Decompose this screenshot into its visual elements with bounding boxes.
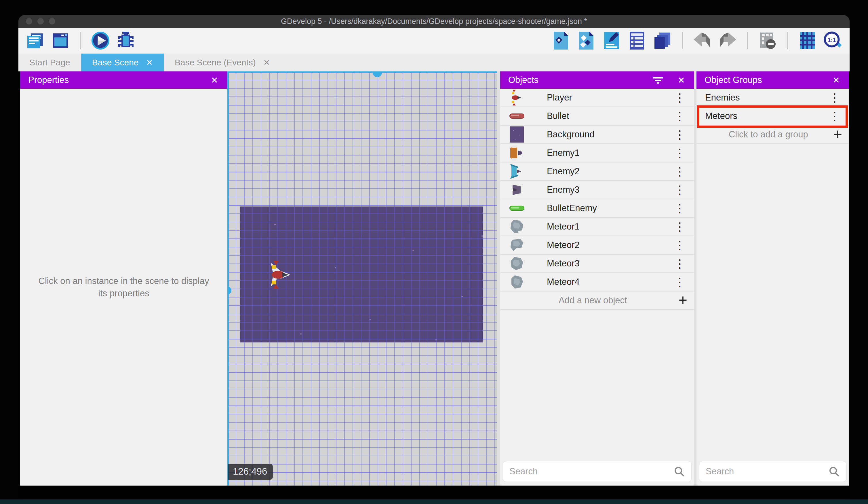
- plus-icon: +: [834, 129, 842, 141]
- export-object-button[interactable]: [551, 31, 571, 50]
- object-row-bullet[interactable]: Bullet ⋮: [500, 107, 694, 125]
- add-group-button[interactable]: Click to add a group +: [696, 125, 849, 144]
- scene-properties-button[interactable]: [627, 31, 647, 50]
- toolbar-divider: [80, 32, 81, 49]
- zoom-reset-button[interactable]: 1:1: [823, 31, 843, 50]
- object-menu-icon[interactable]: ⋮: [671, 202, 689, 214]
- object-row-meteor1[interactable]: Meteor1 ⋮: [500, 218, 694, 236]
- enemy2-ship-icon: [509, 163, 525, 179]
- meteor-icon: [509, 219, 525, 235]
- group-row-enemies[interactable]: Enemies ⋮: [696, 89, 849, 107]
- objects-list-button[interactable]: [577, 31, 596, 50]
- object-row-meteor2[interactable]: Meteor2 ⋮: [500, 236, 694, 255]
- filter-icon[interactable]: [652, 76, 663, 84]
- objects-close-icon[interactable]: ✕: [676, 75, 686, 85]
- object-row-enemy2[interactable]: Enemy2 ⋮: [500, 162, 694, 181]
- window-footer: [18, 486, 850, 498]
- object-row-player[interactable]: Player ⋮: [500, 89, 694, 107]
- object-row-bulletenemy[interactable]: BulletEnemy ⋮: [500, 199, 694, 218]
- new-window-icon: [52, 32, 69, 50]
- object-menu-icon[interactable]: ⋮: [671, 276, 689, 288]
- object-groups-close-icon[interactable]: ✕: [831, 75, 841, 85]
- titlebar: GDevelop 5 - /Users/dkarakay/Documents/G…: [18, 15, 850, 28]
- search-icon: [673, 466, 685, 477]
- redo-button[interactable]: [718, 31, 737, 50]
- project-manager-icon: [26, 32, 44, 50]
- object-groups-panel-title: Object Groups: [704, 75, 831, 85]
- object-row-meteor3[interactable]: Meteor3 ⋮: [500, 255, 694, 273]
- enemy3-ship-icon: [509, 182, 525, 198]
- selection-handle-left[interactable]: [227, 286, 231, 294]
- screenshot-stage: GDevelop 5 - /Users/dkarakay/Documents/G…: [0, 0, 868, 504]
- tab-close-icon[interactable]: ✕: [146, 58, 153, 67]
- object-menu-icon[interactable]: ⋮: [671, 92, 689, 103]
- groups-search[interactable]: [699, 461, 846, 482]
- tab-base-scene-events[interactable]: Base Scene (Events) ✕: [164, 53, 281, 71]
- panel-splitter[interactable]: [497, 71, 500, 486]
- player-instance[interactable]: [269, 260, 293, 289]
- player-ship-icon: [509, 90, 525, 106]
- bullet-enemy-icon: [509, 200, 525, 216]
- scene-canvas[interactable]: 126;496: [227, 71, 497, 486]
- project-manager-button[interactable]: [25, 31, 45, 50]
- objects-search-input[interactable]: [509, 466, 673, 477]
- layers-icon: [653, 31, 671, 50]
- object-menu-icon[interactable]: ⋮: [671, 165, 689, 177]
- group-menu-icon[interactable]: ⋮: [826, 110, 843, 122]
- object-row-enemy3[interactable]: Enemy3 ⋮: [500, 181, 694, 199]
- groups-search-input[interactable]: [706, 466, 828, 477]
- object-menu-icon[interactable]: ⋮: [671, 239, 689, 251]
- toolbar-divider: [682, 32, 683, 49]
- objects-list-icon: [578, 31, 595, 50]
- object-menu-icon[interactable]: ⋮: [671, 110, 689, 122]
- preview-button[interactable]: [91, 31, 110, 50]
- objects-search[interactable]: [503, 461, 691, 482]
- selection-top-edge: [227, 71, 497, 73]
- main-area: Properties ✕ Click on an instance in the…: [18, 71, 850, 486]
- object-row-background[interactable]: Background ⋮: [500, 125, 694, 144]
- preview-play-icon: [91, 30, 110, 51]
- export-object-icon: [552, 31, 569, 50]
- selection-handle-top[interactable]: [373, 72, 382, 77]
- toggle-grid-button[interactable]: [798, 31, 817, 50]
- tab-start-page[interactable]: Start Page: [18, 53, 81, 71]
- properties-panel-title: Properties: [28, 75, 210, 85]
- main-toolbar: 1:1: [18, 28, 850, 53]
- debug-icon: [116, 31, 135, 50]
- search-icon: [828, 466, 840, 477]
- tab-close-icon[interactable]: ✕: [264, 58, 270, 67]
- add-object-button[interactable]: Add a new object +: [500, 291, 694, 310]
- toggle-mask-icon: [758, 31, 776, 50]
- group-row-meteors[interactable]: Meteors ⋮: [696, 107, 849, 125]
- objects-panel: Objects ✕ Player ⋮ Bullet ⋮: [500, 71, 694, 486]
- toolbar-divider: [787, 32, 788, 49]
- object-menu-icon[interactable]: ⋮: [671, 258, 689, 269]
- toggle-grid-icon: [799, 31, 816, 50]
- object-menu-icon[interactable]: ⋮: [671, 147, 689, 159]
- selection-left-edge: [227, 71, 229, 486]
- open-window-button[interactable]: [51, 31, 70, 50]
- toggle-mask-button[interactable]: [758, 31, 777, 50]
- meteor-icon: [509, 255, 525, 272]
- bullet-icon: [509, 108, 525, 124]
- edit-scene-button[interactable]: [602, 31, 621, 50]
- background-icon: [509, 127, 525, 143]
- undo-button[interactable]: [692, 31, 712, 50]
- object-menu-icon[interactable]: ⋮: [671, 221, 689, 232]
- layers-button[interactable]: [652, 31, 672, 50]
- zoom-1-1-icon: 1:1: [824, 31, 842, 50]
- object-menu-icon[interactable]: ⋮: [671, 184, 689, 195]
- debug-button[interactable]: [116, 31, 136, 50]
- cursor-coordinates: 126;496: [228, 464, 273, 480]
- redo-icon: [719, 32, 737, 49]
- object-menu-icon[interactable]: ⋮: [671, 129, 689, 140]
- tab-base-scene[interactable]: Base Scene ✕: [81, 53, 164, 71]
- object-row-enemy1[interactable]: Enemy1 ⋮: [500, 144, 694, 162]
- group-menu-icon[interactable]: ⋮: [826, 92, 843, 103]
- enemy1-ship-icon: [509, 145, 525, 161]
- panel-splitter[interactable]: [694, 71, 696, 486]
- meteor-icon: [509, 274, 525, 290]
- star-field: [274, 224, 276, 225]
- object-row-meteor4[interactable]: Meteor4 ⋮: [500, 273, 694, 291]
- properties-close-icon[interactable]: ✕: [210, 75, 219, 85]
